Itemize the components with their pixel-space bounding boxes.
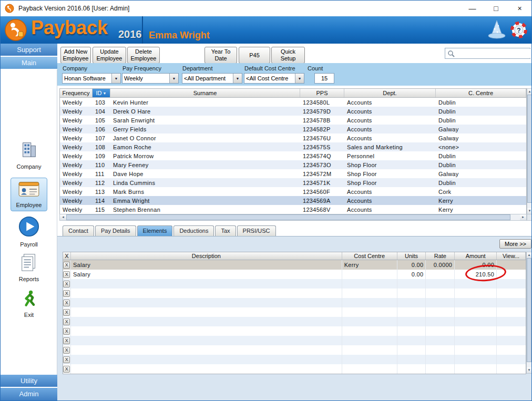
sidebar-item-employee[interactable]: Employee [11, 178, 47, 211]
scroll-up-icon[interactable]: ▲ [527, 252, 531, 258]
scrollbar-thumb[interactable] [527, 95, 532, 203]
scroll-down-icon[interactable]: ▼ [527, 367, 531, 373]
employee-row-103[interactable]: Weekly 103 Kevin Hunter 1234580L Account… [60, 98, 526, 107]
cell-surname: Emma Wright [110, 196, 300, 205]
scroll-up-icon[interactable]: ▲ [527, 89, 532, 95]
dropdown-arrow-icon[interactable]: ▼ [111, 74, 120, 83]
tab-deductions[interactable]: Deductions [173, 225, 214, 236]
department-select[interactable]: <All Department ▼ [182, 73, 242, 84]
delete-element-button[interactable]: X [63, 309, 70, 316]
tab-tax[interactable]: Tax [215, 225, 236, 236]
delete-element-button[interactable]: X [63, 290, 70, 297]
sidebar-item-company[interactable]: Company [1, 140, 57, 170]
sidebar-item-exit[interactable]: Exit [1, 289, 57, 318]
delete-element-button[interactable]: X [63, 356, 70, 363]
scroll-left-icon[interactable]: ◄ [60, 214, 66, 220]
minimize-button[interactable]: — [461, 1, 484, 16]
wizard-hat-icon[interactable] [487, 19, 506, 40]
p45-button[interactable]: P45 [239, 47, 270, 64]
employee-row-109[interactable]: Weekly 109 Patrick Morrow 1234574Q Perso… [60, 151, 526, 160]
sidebar-item-reports[interactable]: Reports [1, 252, 57, 282]
employee-row-114[interactable]: Weekly 114 Emma Wright 1234569A Accounts… [60, 196, 526, 205]
scroll-down-icon[interactable]: ▼ [527, 208, 532, 214]
cell-description [71, 298, 342, 307]
employee-row-106[interactable]: Weekly 106 Gerry Fields 1234582P Account… [60, 125, 526, 133]
tab-pay-details[interactable]: Pay Details [95, 225, 136, 236]
scroll-right-icon[interactable]: ► [520, 214, 526, 220]
cell-view [497, 307, 526, 317]
sidebar-item-payroll[interactable]: Payroll [1, 215, 57, 248]
column-header-amount[interactable]: Amount [455, 252, 497, 260]
element-row[interactable]: X [63, 298, 526, 307]
search-input[interactable] [456, 49, 531, 58]
element-row[interactable]: X [63, 336, 526, 345]
column-header-units[interactable]: Units [397, 252, 426, 260]
help-icon[interactable]: ? [510, 22, 527, 38]
column-header-frequency[interactable]: Frequency [60, 89, 93, 97]
employee-row-104[interactable]: Weekly 104 Derek O Hare 1234579D Account… [60, 107, 526, 116]
sidebar-section-utility[interactable]: Utility [1, 375, 57, 387]
close-button[interactable]: × [508, 1, 531, 16]
employee-row-107[interactable]: Weekly 107 Janet O Connor 1234576U Accou… [60, 133, 526, 142]
employee-row-111[interactable]: Weekly 111 Dave Hope 1234572M Shop Floor… [60, 169, 526, 178]
column-header-centre[interactable]: C. Centre [436, 89, 526, 97]
element-row[interactable]: X [63, 364, 526, 374]
column-header-rate[interactable]: Rate [426, 252, 455, 260]
company-select[interactable]: Honan Software ▼ [62, 73, 121, 84]
elements-table-vertical-scrollbar[interactable]: ▲ ▼ [526, 252, 532, 374]
sidebar-section-main[interactable]: Main [1, 57, 57, 69]
tab-contact[interactable]: Contact [63, 225, 94, 236]
update-employee-button[interactable]: Update Employee [93, 47, 126, 64]
employee-row-108[interactable]: Weekly 108 Eamon Roche 1234575S Sales an… [60, 142, 526, 151]
element-row[interactable]: X [63, 326, 526, 336]
column-header-cost-centre[interactable]: Cost Centre [342, 252, 397, 260]
delete-element-button[interactable]: X [63, 281, 70, 287]
delete-element-button[interactable]: X [63, 262, 70, 269]
sidebar-section-admin[interactable]: Admin [1, 388, 57, 401]
dropdown-arrow-icon[interactable]: ▼ [233, 74, 242, 83]
column-header-description[interactable]: Description [71, 252, 342, 260]
add-new-employee-button[interactable]: Add New Employee [60, 47, 91, 64]
delete-employee-button[interactable]: Delete Employee [127, 47, 160, 64]
delete-element-button[interactable]: X [63, 347, 70, 354]
delete-element-button[interactable]: X [63, 300, 70, 306]
element-row[interactable]: X [63, 307, 526, 317]
element-row[interactable]: X Salary Kerry 0.00 0.0000 0.00 [63, 260, 526, 270]
employee-row-105[interactable]: Weekly 105 Sarah Enwright 1234578B Accou… [60, 116, 526, 125]
more-button[interactable]: More >> [499, 239, 531, 249]
year-to-date-button[interactable]: Year To Date [204, 47, 237, 64]
column-header-surname[interactable]: Surname [110, 89, 300, 97]
column-header-view[interactable]: View... [497, 252, 526, 260]
element-row[interactable]: X [63, 279, 526, 289]
tab-elements[interactable]: Elements [137, 225, 173, 236]
employee-table-horizontal-scrollbar[interactable]: ◄ ► [59, 214, 527, 221]
delete-element-button[interactable]: X [63, 366, 70, 373]
delete-element-button[interactable]: X [63, 271, 70, 278]
quick-setup-button[interactable]: Quick Setup [271, 47, 305, 64]
employee-row-110[interactable]: Weekly 110 Mary Feeney 1234573O Shop Flo… [60, 160, 526, 169]
employee-row-113[interactable]: Weekly 113 Mark Burns 1234560F Accounts … [60, 187, 526, 196]
scrollbar-thumb[interactable] [66, 214, 510, 220]
column-header-dept[interactable]: Dept. [344, 89, 436, 97]
column-header-pps[interactable]: PPS [300, 89, 344, 97]
scrollbar-thumb[interactable] [527, 258, 531, 362]
dropdown-arrow-icon[interactable]: ▼ [295, 74, 304, 83]
element-row[interactable]: X [63, 355, 526, 364]
dropdown-arrow-icon[interactable]: ▼ [169, 74, 178, 83]
delete-element-button[interactable]: X [63, 337, 70, 344]
sidebar-section-support[interactable]: Support [1, 44, 57, 56]
employee-row-112[interactable]: Weekly 112 Linda Cummins 1234571K Shop F… [60, 178, 526, 187]
delete-element-button[interactable]: X [63, 318, 70, 325]
element-row[interactable]: X [63, 289, 526, 298]
tab-prsi-usc[interactable]: PRSI/USC [237, 225, 276, 236]
element-row[interactable]: X Salary 0.00 210.50 [63, 270, 526, 279]
cost-centre-select[interactable]: <All Cost Centre ▼ [244, 73, 304, 84]
column-header-id[interactable]: ID ▼ [93, 89, 110, 97]
element-row[interactable]: X [63, 345, 526, 355]
maximize-button[interactable]: □ [484, 1, 508, 16]
employee-row-115[interactable]: Weekly 115 Stephen Brennan 1234568V Acco… [60, 205, 526, 214]
employee-table-vertical-scrollbar[interactable]: ▲ ▼ [527, 88, 532, 214]
element-row[interactable]: X [63, 317, 526, 326]
pay-frequency-select[interactable]: Weekly ▼ [122, 73, 179, 84]
delete-element-button[interactable]: X [63, 328, 70, 335]
